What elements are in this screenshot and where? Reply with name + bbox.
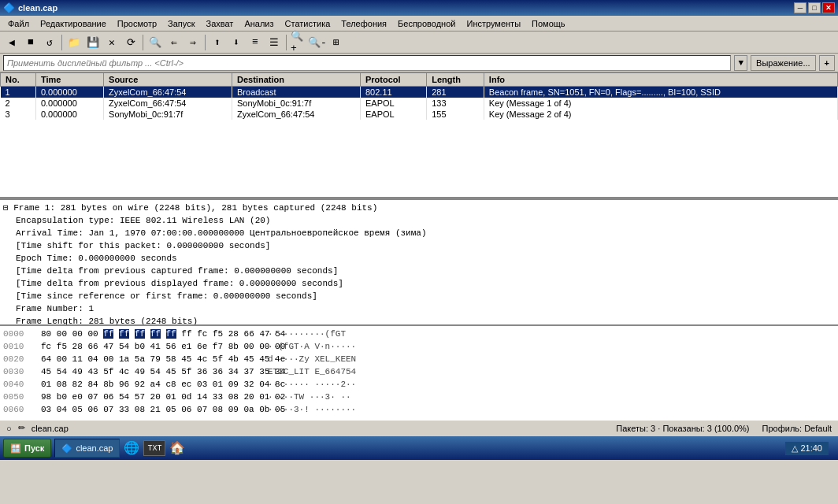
taskbar-browser-icon[interactable]: 🌐 — [123, 439, 140, 457]
status-filename: clean.cap — [32, 424, 69, 433]
toolbar-list1[interactable]: ≡ — [247, 34, 264, 51]
hex-row: 002064 00 11 04 00 1a 5a 79 58 45 4c 5f … — [3, 353, 835, 365]
toolbar-sep1 — [61, 35, 62, 50]
col-no[interactable]: No. — [1, 73, 36, 87]
hex-row: 005098 b0 e0 07 06 54 57 20 01 0d 14 33 … — [3, 391, 835, 403]
toolbar-zoom-out[interactable]: 🔍- — [309, 34, 326, 51]
toolbar-refresh[interactable]: ↺ — [41, 34, 58, 51]
menu-view[interactable]: Просмотр — [113, 17, 161, 30]
hex-pane: 000080 00 00 00 ff ff ff ff ff ff fc f5 … — [0, 326, 838, 421]
title-bar: 🔷 clean.cap ─ □ ✕ — [0, 0, 838, 16]
start-label: Пуск — [24, 443, 44, 453]
detail-line: [Time shift for this packet: 0.000000000… — [3, 239, 835, 252]
col-length[interactable]: Length — [427, 73, 484, 87]
toolbar-sep3 — [205, 35, 206, 50]
detail-line: Frame Length: 281 bytes (2248 bits) — [3, 315, 835, 326]
packet-list: No. Time Source Destination Protocol Len… — [0, 72, 838, 198]
detail-line: Encapsulation type: IEEE 802.11 Wireless… — [3, 214, 835, 227]
detail-line: Epoch Time: 0.000000000 seconds — [3, 252, 835, 265]
window-controls: ─ □ ✕ — [794, 2, 835, 13]
detail-line: [Time since reference or first frame: 0.… — [3, 290, 835, 302]
menu-file[interactable]: Файл — [3, 17, 34, 30]
maximize-button[interactable]: □ — [808, 2, 821, 13]
taskbar-app-icon: 🔷 — [61, 443, 72, 454]
detail-line: [Time delta from previous displayed fram… — [3, 277, 835, 290]
toolbar-down[interactable]: ⬇ — [228, 34, 245, 51]
filter-input[interactable] — [3, 55, 731, 71]
hex-row: 0010fc f5 28 66 47 54 b0 41 56 e1 6e f7 … — [3, 340, 835, 353]
detail-line: [Time delta from previous captured frame… — [3, 265, 835, 277]
expression-button[interactable]: Выражение... — [751, 55, 815, 71]
filter-bar: ▼ Выражение... + — [0, 54, 838, 72]
status-bar: ○ ✏ clean.cap Пакеты: 3 · Показаны: 3 (1… — [0, 419, 838, 436]
status-edit-icon: ✏ — [18, 423, 25, 433]
toolbar-sep4 — [286, 35, 287, 50]
detail-line: ⊟ Frame 1: 281 bytes on wire (2248 bits)… — [3, 202, 835, 214]
toolbar-save[interactable]: 💾 — [84, 34, 102, 51]
toolbar-grid[interactable]: ⊞ — [328, 34, 345, 51]
minimize-button[interactable]: ─ — [794, 2, 806, 13]
profile-info: Профиль: Default — [762, 424, 832, 433]
table-row[interactable]: 10.000000ZyxelCom_66:47:54Broadcast802.1… — [1, 87, 838, 98]
col-info[interactable]: Info — [484, 73, 837, 87]
menu-help[interactable]: Помощь — [527, 17, 570, 30]
col-protocol[interactable]: Protocol — [360, 73, 426, 87]
menu-run[interactable]: Запуск — [163, 17, 199, 30]
windows-icon: 🪟 — [10, 443, 21, 454]
detail-pane: ⊟ Frame 1: 281 bytes on wire (2248 bits)… — [0, 200, 838, 326]
taskbar-left: 🪟 Пуск 🔷 clean.cap 🌐 TXT 🏠 — [3, 439, 186, 458]
toolbar-open[interactable]: 📁 — [65, 34, 83, 51]
toolbar: ◀ ■ ↺ 📁 💾 ✕ ⟳ 🔍 ⇐ ⇒ ⬆ ⬇ ≡ ☰ 🔍+ 🔍- ⊞ — [0, 32, 838, 54]
packet-list-pane: No. Time Source Destination Protocol Len… — [0, 72, 838, 198]
hex-row: 000080 00 00 00 ff ff ff ff ff ff fc f5 … — [3, 328, 835, 340]
toolbar-up[interactable]: ⬆ — [209, 34, 226, 51]
toolbar-stop[interactable]: ■ — [22, 34, 39, 51]
toolbar-close[interactable]: ✕ — [103, 34, 121, 51]
packet-table: No. Time Source Destination Protocol Len… — [0, 72, 838, 120]
col-time[interactable]: Time — [35, 73, 103, 87]
menu-edit[interactable]: Редактирование — [35, 17, 111, 30]
toolbar-list2[interactable]: ☰ — [265, 34, 283, 51]
toolbar-right[interactable]: ⇒ — [184, 34, 202, 51]
toolbar-search[interactable]: 🔍 — [146, 34, 164, 51]
title-text: clean.cap — [18, 3, 57, 13]
menu-wireless[interactable]: Беспроводной — [393, 17, 460, 30]
app-icon: 🔷 — [3, 2, 15, 13]
detail-line: Frame Number: 1 — [3, 302, 835, 315]
add-filter-button[interactable]: + — [819, 55, 835, 71]
packet-count: Пакеты: 3 · Показаны: 3 (100.0%) — [616, 424, 749, 433]
toolbar-back[interactable]: ◀ — [3, 34, 20, 51]
menu-telephony[interactable]: Телефония — [336, 17, 391, 30]
hex-row: 004001 08 82 84 8b 96 92 a4 c8 ec 03 01 … — [3, 378, 835, 391]
taskbar-app-label: clean.cap — [76, 443, 113, 453]
taskbar-folder-icon[interactable]: 🏠 — [169, 439, 186, 457]
taskbar-icons: △ 21:40 — [779, 442, 835, 455]
status-circle-icon: ○ — [6, 424, 12, 433]
table-row[interactable]: 30.000000SonyMobi_0c:91:7fZyxelCom_66:47… — [1, 109, 838, 120]
menu-statistics[interactable]: Статистика — [280, 17, 336, 30]
hex-row: 006003 04 05 06 07 33 08 21 05 06 07 08 … — [3, 403, 835, 416]
taskbar-terminal-icon[interactable]: TXT — [143, 440, 165, 456]
menu-tools[interactable]: Инструменты — [462, 17, 525, 30]
col-source[interactable]: Source — [104, 73, 232, 87]
col-destination[interactable]: Destination — [232, 73, 361, 87]
taskbar-app[interactable]: 🔷 clean.cap — [54, 439, 120, 458]
toolbar-reload[interactable]: ⟳ — [122, 34, 139, 51]
status-right: Пакеты: 3 · Показаны: 3 (100.0%) Профиль… — [616, 424, 832, 433]
hex-row: 003045 54 49 43 5f 4c 49 54 45 5f 36 36 … — [3, 365, 835, 378]
menu-analyze[interactable]: Анализ — [239, 17, 278, 30]
detail-line: Arrival Time: Jan 1, 1970 07:00:00.00000… — [3, 227, 835, 239]
start-button[interactable]: 🪟 Пуск — [3, 439, 51, 458]
menu-capture[interactable]: Захват — [202, 17, 239, 30]
close-button[interactable]: ✕ — [822, 2, 835, 13]
menu-bar: Файл Редактирование Просмотр Запуск Захв… — [0, 16, 838, 32]
toolbar-zoom-in[interactable]: 🔍+ — [290, 34, 307, 51]
table-row[interactable]: 20.000000ZyxelCom_66:47:54SonyMobi_0c:91… — [1, 98, 838, 109]
filter-dropdown[interactable]: ▼ — [734, 55, 747, 71]
toolbar-left[interactable]: ⇐ — [165, 34, 183, 51]
detail-pane-wrapper: ⊟ Frame 1: 281 bytes on wire (2248 bits)… — [0, 198, 838, 324]
taskbar-time: △ 21:40 — [785, 442, 829, 455]
hex-pane-wrapper: 000080 00 00 00 ff ff ff ff ff ff fc f5 … — [0, 324, 838, 419]
toolbar-sep2 — [143, 35, 143, 50]
taskbar: 🪟 Пуск 🔷 clean.cap 🌐 TXT 🏠 △ 21:40 — [0, 436, 838, 460]
